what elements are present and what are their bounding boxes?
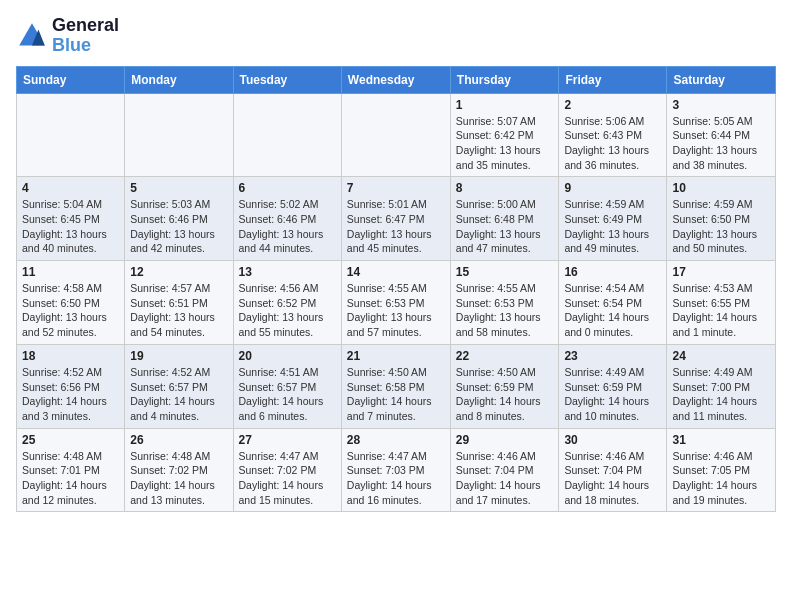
day-number: 3	[672, 98, 770, 112]
day-number: 31	[672, 433, 770, 447]
calendar-cell: 26Sunrise: 4:48 AM Sunset: 7:02 PM Dayli…	[125, 428, 233, 512]
calendar-cell: 17Sunrise: 4:53 AM Sunset: 6:55 PM Dayli…	[667, 261, 776, 345]
day-number: 7	[347, 181, 445, 195]
day-number: 5	[130, 181, 227, 195]
day-info: Sunrise: 5:00 AM Sunset: 6:48 PM Dayligh…	[456, 197, 554, 256]
logo-text: General Blue	[52, 16, 119, 56]
day-info: Sunrise: 4:50 AM Sunset: 6:59 PM Dayligh…	[456, 365, 554, 424]
weekday-header-monday: Monday	[125, 66, 233, 93]
calendar-cell: 21Sunrise: 4:50 AM Sunset: 6:58 PM Dayli…	[341, 344, 450, 428]
weekday-header-sunday: Sunday	[17, 66, 125, 93]
day-number: 9	[564, 181, 661, 195]
calendar-cell: 4Sunrise: 5:04 AM Sunset: 6:45 PM Daylig…	[17, 177, 125, 261]
calendar-week-1: 1Sunrise: 5:07 AM Sunset: 6:42 PM Daylig…	[17, 93, 776, 177]
day-number: 21	[347, 349, 445, 363]
day-info: Sunrise: 4:59 AM Sunset: 6:50 PM Dayligh…	[672, 197, 770, 256]
calendar-cell: 1Sunrise: 5:07 AM Sunset: 6:42 PM Daylig…	[450, 93, 559, 177]
calendar-cell: 3Sunrise: 5:05 AM Sunset: 6:44 PM Daylig…	[667, 93, 776, 177]
calendar-cell: 25Sunrise: 4:48 AM Sunset: 7:01 PM Dayli…	[17, 428, 125, 512]
logo-icon	[16, 20, 48, 52]
calendar-cell: 29Sunrise: 4:46 AM Sunset: 7:04 PM Dayli…	[450, 428, 559, 512]
day-info: Sunrise: 4:52 AM Sunset: 6:57 PM Dayligh…	[130, 365, 227, 424]
calendar-cell: 20Sunrise: 4:51 AM Sunset: 6:57 PM Dayli…	[233, 344, 341, 428]
day-info: Sunrise: 4:50 AM Sunset: 6:58 PM Dayligh…	[347, 365, 445, 424]
day-info: Sunrise: 4:46 AM Sunset: 7:04 PM Dayligh…	[456, 449, 554, 508]
day-number: 18	[22, 349, 119, 363]
day-info: Sunrise: 4:57 AM Sunset: 6:51 PM Dayligh…	[130, 281, 227, 340]
day-info: Sunrise: 4:55 AM Sunset: 6:53 PM Dayligh…	[456, 281, 554, 340]
day-number: 11	[22, 265, 119, 279]
day-number: 16	[564, 265, 661, 279]
calendar-cell: 9Sunrise: 4:59 AM Sunset: 6:49 PM Daylig…	[559, 177, 667, 261]
page-header: General Blue	[16, 16, 776, 56]
calendar-cell: 8Sunrise: 5:00 AM Sunset: 6:48 PM Daylig…	[450, 177, 559, 261]
calendar-cell: 23Sunrise: 4:49 AM Sunset: 6:59 PM Dayli…	[559, 344, 667, 428]
calendar-cell: 24Sunrise: 4:49 AM Sunset: 7:00 PM Dayli…	[667, 344, 776, 428]
day-info: Sunrise: 4:46 AM Sunset: 7:05 PM Dayligh…	[672, 449, 770, 508]
day-info: Sunrise: 5:07 AM Sunset: 6:42 PM Dayligh…	[456, 114, 554, 173]
calendar-cell: 11Sunrise: 4:58 AM Sunset: 6:50 PM Dayli…	[17, 261, 125, 345]
calendar-cell: 7Sunrise: 5:01 AM Sunset: 6:47 PM Daylig…	[341, 177, 450, 261]
calendar-cell: 13Sunrise: 4:56 AM Sunset: 6:52 PM Dayli…	[233, 261, 341, 345]
day-number: 19	[130, 349, 227, 363]
day-info: Sunrise: 5:06 AM Sunset: 6:43 PM Dayligh…	[564, 114, 661, 173]
calendar-cell: 28Sunrise: 4:47 AM Sunset: 7:03 PM Dayli…	[341, 428, 450, 512]
weekday-header-thursday: Thursday	[450, 66, 559, 93]
day-info: Sunrise: 4:46 AM Sunset: 7:04 PM Dayligh…	[564, 449, 661, 508]
day-number: 4	[22, 181, 119, 195]
day-number: 27	[239, 433, 336, 447]
calendar-cell	[17, 93, 125, 177]
day-info: Sunrise: 5:02 AM Sunset: 6:46 PM Dayligh…	[239, 197, 336, 256]
weekday-header-friday: Friday	[559, 66, 667, 93]
calendar-week-2: 4Sunrise: 5:04 AM Sunset: 6:45 PM Daylig…	[17, 177, 776, 261]
calendar-cell: 27Sunrise: 4:47 AM Sunset: 7:02 PM Dayli…	[233, 428, 341, 512]
day-info: Sunrise: 4:59 AM Sunset: 6:49 PM Dayligh…	[564, 197, 661, 256]
day-info: Sunrise: 4:55 AM Sunset: 6:53 PM Dayligh…	[347, 281, 445, 340]
weekday-header-tuesday: Tuesday	[233, 66, 341, 93]
calendar-cell: 19Sunrise: 4:52 AM Sunset: 6:57 PM Dayli…	[125, 344, 233, 428]
day-number: 23	[564, 349, 661, 363]
day-info: Sunrise: 4:52 AM Sunset: 6:56 PM Dayligh…	[22, 365, 119, 424]
day-info: Sunrise: 5:04 AM Sunset: 6:45 PM Dayligh…	[22, 197, 119, 256]
day-number: 20	[239, 349, 336, 363]
weekday-header-saturday: Saturday	[667, 66, 776, 93]
calendar-cell: 6Sunrise: 5:02 AM Sunset: 6:46 PM Daylig…	[233, 177, 341, 261]
calendar-cell: 22Sunrise: 4:50 AM Sunset: 6:59 PM Dayli…	[450, 344, 559, 428]
calendar-week-3: 11Sunrise: 4:58 AM Sunset: 6:50 PM Dayli…	[17, 261, 776, 345]
calendar-cell	[341, 93, 450, 177]
day-info: Sunrise: 4:49 AM Sunset: 6:59 PM Dayligh…	[564, 365, 661, 424]
day-info: Sunrise: 4:49 AM Sunset: 7:00 PM Dayligh…	[672, 365, 770, 424]
day-info: Sunrise: 4:48 AM Sunset: 7:02 PM Dayligh…	[130, 449, 227, 508]
day-number: 15	[456, 265, 554, 279]
calendar-cell: 15Sunrise: 4:55 AM Sunset: 6:53 PM Dayli…	[450, 261, 559, 345]
day-number: 6	[239, 181, 336, 195]
day-number: 2	[564, 98, 661, 112]
calendar-cell	[233, 93, 341, 177]
calendar-cell: 18Sunrise: 4:52 AM Sunset: 6:56 PM Dayli…	[17, 344, 125, 428]
day-number: 17	[672, 265, 770, 279]
day-number: 1	[456, 98, 554, 112]
logo: General Blue	[16, 16, 119, 56]
calendar-week-4: 18Sunrise: 4:52 AM Sunset: 6:56 PM Dayli…	[17, 344, 776, 428]
day-info: Sunrise: 4:48 AM Sunset: 7:01 PM Dayligh…	[22, 449, 119, 508]
calendar-cell: 12Sunrise: 4:57 AM Sunset: 6:51 PM Dayli…	[125, 261, 233, 345]
day-info: Sunrise: 4:51 AM Sunset: 6:57 PM Dayligh…	[239, 365, 336, 424]
day-number: 8	[456, 181, 554, 195]
calendar-cell: 16Sunrise: 4:54 AM Sunset: 6:54 PM Dayli…	[559, 261, 667, 345]
day-info: Sunrise: 4:56 AM Sunset: 6:52 PM Dayligh…	[239, 281, 336, 340]
day-number: 24	[672, 349, 770, 363]
day-number: 14	[347, 265, 445, 279]
calendar-cell: 14Sunrise: 4:55 AM Sunset: 6:53 PM Dayli…	[341, 261, 450, 345]
day-info: Sunrise: 4:47 AM Sunset: 7:02 PM Dayligh…	[239, 449, 336, 508]
day-number: 22	[456, 349, 554, 363]
day-info: Sunrise: 5:03 AM Sunset: 6:46 PM Dayligh…	[130, 197, 227, 256]
day-number: 10	[672, 181, 770, 195]
calendar-cell	[125, 93, 233, 177]
day-info: Sunrise: 5:01 AM Sunset: 6:47 PM Dayligh…	[347, 197, 445, 256]
calendar-cell: 2Sunrise: 5:06 AM Sunset: 6:43 PM Daylig…	[559, 93, 667, 177]
day-info: Sunrise: 4:58 AM Sunset: 6:50 PM Dayligh…	[22, 281, 119, 340]
calendar-cell: 10Sunrise: 4:59 AM Sunset: 6:50 PM Dayli…	[667, 177, 776, 261]
calendar-week-5: 25Sunrise: 4:48 AM Sunset: 7:01 PM Dayli…	[17, 428, 776, 512]
day-number: 12	[130, 265, 227, 279]
weekday-header-wednesday: Wednesday	[341, 66, 450, 93]
